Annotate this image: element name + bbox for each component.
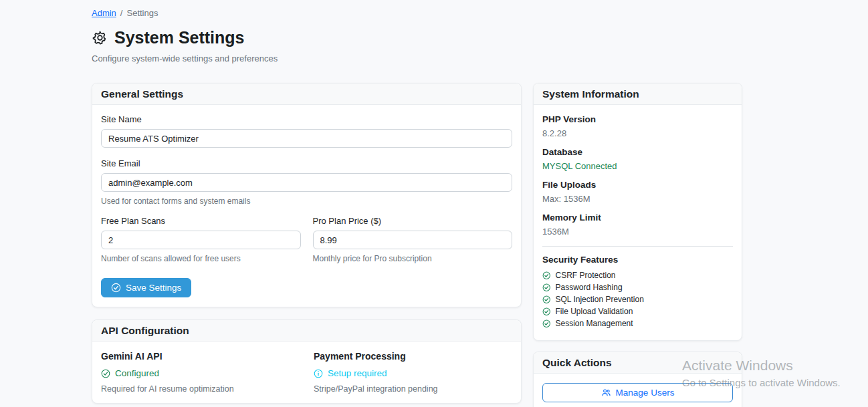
api-configuration-card: API Configuration Gemini AI API <box>92 319 522 404</box>
pro-plan-price-help: Monthly price for Pro subscription <box>313 254 513 263</box>
security-feature-label: File Upload Validation <box>556 307 633 316</box>
security-features-list: CSRF Protection Password Hashing SQL Inj… <box>542 271 733 328</box>
manage-users-label: Manage Users <box>616 388 675 398</box>
people-icon <box>601 388 611 398</box>
api-item-help: Required for AI resume optimization <box>101 384 314 394</box>
info-label: File Uploads <box>542 180 733 190</box>
divider <box>542 246 733 247</box>
site-email-label: Site Email <box>101 158 512 168</box>
system-information-card: System Information PHP Version 8.2.28 Da… <box>533 83 742 341</box>
info-item-memory-limit: Memory Limit 1536M <box>542 213 733 237</box>
save-settings-label: Save Settings <box>126 283 181 293</box>
quick-actions-card: Quick Actions Manage Users <box>533 352 742 407</box>
api-item-name: Gemini AI API <box>101 351 314 362</box>
security-feature-item: Session Management <box>542 319 733 328</box>
site-name-label: Site Name <box>101 114 512 124</box>
security-feature-item: Password Hashing <box>542 283 733 292</box>
free-plan-scans-label: Free Plan Scans <box>101 216 301 226</box>
check-circle-icon <box>542 307 551 316</box>
check-circle-icon <box>111 283 121 293</box>
security-feature-label: Session Management <box>556 319 633 328</box>
security-feature-item: SQL Injection Prevention <box>542 295 733 304</box>
pro-plan-price-field[interactable] <box>313 231 513 249</box>
site-email-field[interactable] <box>101 173 512 192</box>
info-value: MYSQL Connected <box>542 161 733 171</box>
info-item-database: Database MYSQL Connected <box>542 147 733 171</box>
info-item-php-version: PHP Version 8.2.28 <box>542 114 733 138</box>
general-settings-header: General Settings <box>92 84 521 105</box>
security-feature-label: CSRF Protection <box>556 271 616 280</box>
api-item-gemini: Gemini AI API Configured R <box>101 351 314 394</box>
api-status: Configured <box>101 368 314 378</box>
general-settings-card: General Settings Site Name Site Email Us… <box>92 83 522 307</box>
info-value: 1536M <box>542 227 733 237</box>
breadcrumb-link-admin[interactable]: Admin <box>92 8 116 18</box>
manage-users-button[interactable]: Manage Users <box>542 383 733 402</box>
free-plan-scans-help: Number of scans allowed for free users <box>101 254 301 263</box>
info-value: 8.2.28 <box>542 128 733 138</box>
quick-actions-header: Quick Actions <box>534 352 742 374</box>
info-circle-icon <box>314 369 323 378</box>
api-configuration-header: API Configuration <box>92 320 521 342</box>
security-feature-item: CSRF Protection <box>542 271 733 280</box>
page-title: System Settings <box>92 28 742 47</box>
check-circle-icon <box>542 283 551 292</box>
check-circle-icon <box>101 369 110 378</box>
system-information-header: System Information <box>534 84 742 105</box>
api-status-text: Setup required <box>328 368 387 378</box>
info-label: Memory Limit <box>542 213 733 223</box>
site-name-field[interactable] <box>101 129 512 148</box>
save-settings-button[interactable]: Save Settings <box>101 278 191 297</box>
info-label: PHP Version <box>542 114 733 124</box>
api-item-payment: Payment Processing Setup required <box>314 351 526 394</box>
page-subtitle: Configure system-wide settings and prefe… <box>92 53 742 63</box>
pro-plan-price-label: Pro Plan Price ($) <box>313 216 513 226</box>
security-features-title: Security Features <box>542 255 733 265</box>
security-feature-item: File Upload Validation <box>542 307 733 316</box>
info-value: Max: 1536M <box>542 194 733 204</box>
api-status-text: Configured <box>115 368 159 378</box>
check-circle-icon <box>542 295 551 304</box>
api-item-help: Stripe/PayPal integration pending <box>314 384 526 394</box>
info-item-file-uploads: File Uploads Max: 1536M <box>542 180 733 204</box>
check-circle-icon <box>542 271 551 280</box>
security-feature-label: SQL Injection Prevention <box>556 295 644 304</box>
page-content: Admin / Settings System Settings Configu… <box>92 8 742 407</box>
gear-icon <box>92 29 108 46</box>
breadcrumb: Admin / Settings <box>92 8 742 18</box>
site-email-help: Used for contact forms and system emails <box>101 196 512 206</box>
page-title-text: System Settings <box>114 28 245 47</box>
breadcrumb-separator: / <box>120 8 123 18</box>
api-status: Setup required <box>314 368 526 378</box>
api-item-name: Payment Processing <box>314 351 526 362</box>
check-circle-icon <box>542 319 551 328</box>
breadcrumb-current: Settings <box>126 8 158 18</box>
info-label: Database <box>542 147 733 157</box>
security-feature-label: Password Hashing <box>556 283 623 292</box>
free-plan-scans-field[interactable] <box>101 231 301 249</box>
